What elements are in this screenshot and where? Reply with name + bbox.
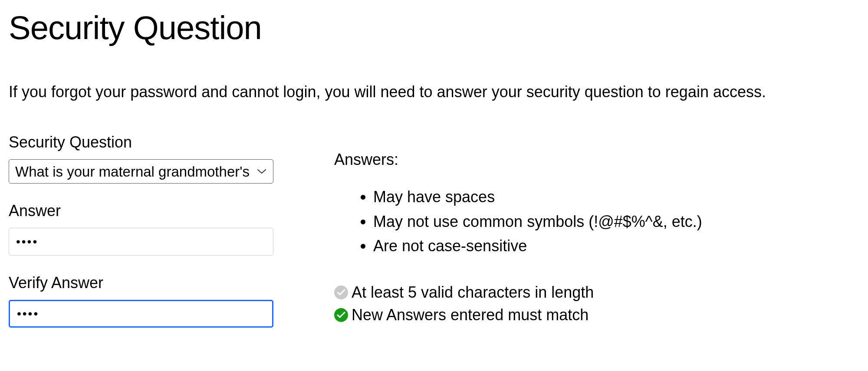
checkmark-icon bbox=[334, 286, 348, 299]
rules-heading: Answers: bbox=[334, 151, 859, 169]
security-question-label: Security Question bbox=[9, 133, 273, 151]
check-match-text: New Answers entered must match bbox=[352, 306, 589, 324]
security-question-select[interactable]: What is your maternal grandmother's maid… bbox=[9, 159, 273, 184]
check-length-row: At least 5 valid characters in length bbox=[334, 283, 859, 302]
rule-item: Are not case-sensitive bbox=[373, 235, 859, 257]
verify-answer-label: Verify Answer bbox=[9, 274, 273, 292]
page-title: Security Question bbox=[9, 9, 859, 46]
rule-item: May have spaces bbox=[373, 186, 859, 208]
verify-answer-input[interactable] bbox=[9, 300, 273, 328]
checkmark-icon bbox=[334, 308, 348, 322]
answer-label: Answer bbox=[9, 202, 273, 220]
description-text: If you forgot your password and cannot l… bbox=[9, 81, 859, 103]
check-length-text: At least 5 valid characters in length bbox=[352, 283, 594, 302]
check-match-row: New Answers entered must match bbox=[334, 306, 859, 324]
rule-item: May not use common symbols (!@#$%^&, etc… bbox=[373, 211, 859, 233]
answer-input[interactable] bbox=[9, 228, 273, 256]
